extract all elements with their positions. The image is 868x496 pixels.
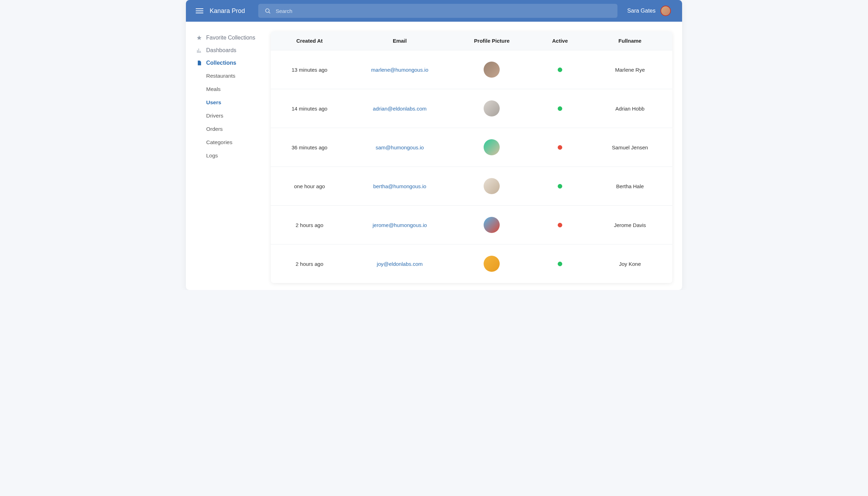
user-avatar[interactable] [660,6,671,16]
cell-fullname: Marlene Rye [588,67,672,73]
status-dot-icon [558,223,562,227]
cell-active [532,184,587,189]
table-row[interactable]: 14 minutes ago adrian@eldonlabs.com Adri… [271,89,672,128]
cell-email: marlene@humongous.io [348,67,451,73]
cell-email: bertha@humongous.io [348,183,451,189]
profile-avatar [484,139,500,155]
cell-active [532,223,587,227]
users-table: Created At Email Profile Picture Active … [271,31,672,283]
col-created-at[interactable]: Created At [271,38,348,44]
sidebar-item-label: Users [206,99,221,106]
search-input[interactable] [276,8,611,14]
sidebar-item-label: Drivers [206,113,223,119]
cell-profile-picture [451,62,533,78]
sidebar-item-collections[interactable]: Collections [196,57,264,69]
cell-fullname: Bertha Hale [588,183,672,189]
col-fullname[interactable]: Fullname [588,38,672,44]
sidebar-sub-meals[interactable]: Meals [206,83,264,96]
status-dot-icon [558,106,562,111]
table-row[interactable]: 36 minutes ago sam@humongous.io Samuel J… [271,128,672,166]
profile-avatar [484,256,500,272]
cell-active [532,106,587,111]
cell-profile-picture [451,178,533,194]
cell-profile-picture [451,100,533,116]
sidebar-item-label: Meals [206,86,220,92]
cell-active [532,145,587,150]
cell-profile-picture [451,139,533,155]
profile-avatar [484,178,500,194]
body: Favorite Collections Dashboards Collecti… [186,22,682,290]
sidebar-item-favorite-collections[interactable]: Favorite Collections [196,31,264,44]
profile-avatar [484,217,500,233]
table-header-row: Created At Email Profile Picture Active … [271,31,672,50]
search-icon [265,8,271,14]
cell-profile-picture [451,217,533,233]
main-content: Created At Email Profile Picture Active … [271,22,682,290]
sidebar-sub-drivers[interactable]: Drivers [206,109,264,122]
app-title: Kanara Prod [210,7,245,15]
search-field[interactable] [258,4,617,18]
user-name[interactable]: Sara Gates [627,8,656,14]
sidebar-sub-restaurants[interactable]: Restaurants [206,69,264,83]
page-icon [196,60,202,66]
cell-created-at: 2 hours ago [271,222,348,228]
menu-toggle-button[interactable] [196,7,203,15]
email-link[interactable]: jerome@humongous.io [372,222,427,228]
cell-created-at: 13 minutes ago [271,67,348,73]
col-email[interactable]: Email [348,38,451,44]
cell-active [532,262,587,266]
cell-fullname: Jerome Davis [588,222,672,228]
app-frame: Kanara Prod Sara Gates Favorite Collecti… [186,0,682,290]
star-icon [196,35,202,41]
table-row[interactable]: 13 minutes ago marlene@humongous.io Marl… [271,50,672,89]
table-row[interactable]: 2 hours ago jerome@humongous.io Jerome D… [271,205,672,244]
sidebar-item-label: Categories [206,139,232,146]
status-dot-icon [558,145,562,150]
cell-fullname: Adrian Hobb [588,106,672,112]
email-link[interactable]: sam@humongous.io [376,144,424,150]
email-link[interactable]: joy@eldonlabs.com [377,261,422,267]
sidebar-item-dashboards[interactable]: Dashboards [196,44,264,57]
cell-email: joy@eldonlabs.com [348,261,451,267]
bar-chart-icon [196,48,202,53]
sidebar-item-label: Orders [206,126,223,132]
svg-line-1 [269,12,270,13]
cell-email: jerome@humongous.io [348,222,451,228]
cell-active [532,68,587,72]
sidebar-item-label: Logs [206,153,218,159]
cell-created-at: 14 minutes ago [271,106,348,112]
cell-fullname: Joy Kone [588,261,672,267]
table-row[interactable]: one hour ago bertha@humongous.io Bertha … [271,166,672,205]
sidebar-sub-categories[interactable]: Categories [206,136,264,149]
email-link[interactable]: marlene@humongous.io [371,67,428,73]
email-link[interactable]: bertha@humongous.io [373,183,426,189]
status-dot-icon [558,68,562,72]
sidebar-sub-list: Restaurants Meals Users Drivers Orders C… [196,69,264,162]
email-link[interactable]: adrian@eldonlabs.com [373,106,427,112]
cell-created-at: 2 hours ago [271,261,348,267]
cell-created-at: one hour ago [271,183,348,189]
cell-profile-picture [451,256,533,272]
cell-created-at: 36 minutes ago [271,144,348,150]
header-bar: Kanara Prod Sara Gates [186,0,682,22]
col-active[interactable]: Active [532,38,587,44]
profile-avatar [484,62,500,78]
sidebar-item-label: Favorite Collections [206,35,255,41]
cell-email: adrian@eldonlabs.com [348,106,451,112]
sidebar-sub-orders[interactable]: Orders [206,122,264,136]
cell-email: sam@humongous.io [348,144,451,150]
sidebar-item-label: Restaurants [206,73,236,79]
status-dot-icon [558,262,562,266]
sidebar-sub-logs[interactable]: Logs [206,149,264,162]
sidebar-item-label: Dashboards [206,47,236,54]
sidebar: Favorite Collections Dashboards Collecti… [186,22,271,290]
col-profile-picture[interactable]: Profile Picture [451,38,533,44]
profile-avatar [484,100,500,116]
cell-fullname: Samuel Jensen [588,144,672,150]
sidebar-item-label: Collections [206,60,236,66]
status-dot-icon [558,184,562,189]
sidebar-sub-users[interactable]: Users [206,96,264,109]
table-row[interactable]: 2 hours ago joy@eldonlabs.com Joy Kone [271,244,672,283]
